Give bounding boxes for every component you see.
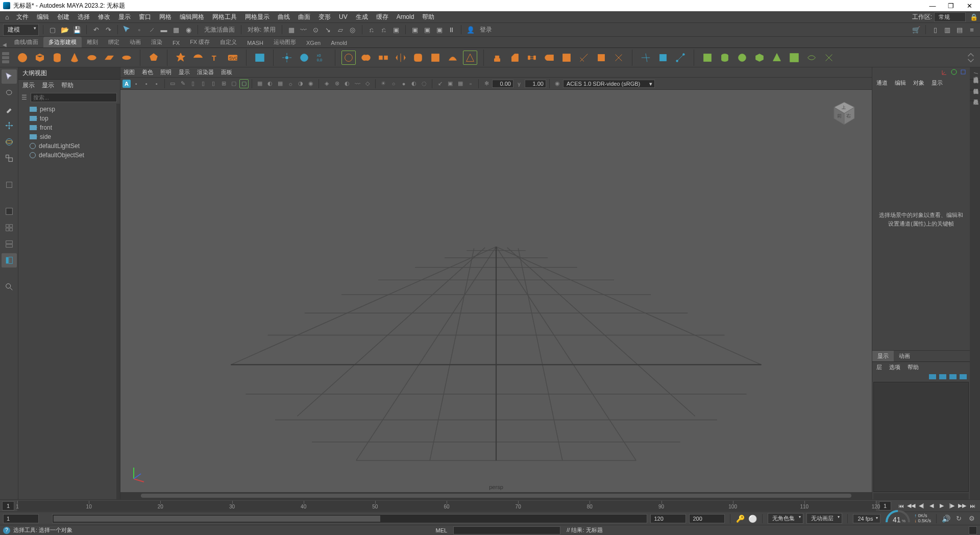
script-lang-label[interactable]: MEL (433, 527, 451, 533)
snap-curve-icon[interactable]: 〰 (299, 25, 309, 35)
step-back-icon[interactable]: ◀| (917, 501, 926, 510)
help-icon[interactable]: ? (3, 527, 10, 534)
layer-list[interactable] (873, 382, 969, 492)
layout-outliner-icon[interactable] (2, 253, 17, 268)
shelf-tab-animation[interactable]: 动画 (125, 37, 146, 47)
viewport-canvas[interactable]: persp 前 右 上 (120, 90, 872, 492)
save-scene-icon[interactable]: 💾 (72, 25, 82, 35)
motion-blur-icon[interactable]: 〰 (353, 79, 362, 88)
xform-display-icon[interactable]: ▫ (466, 79, 475, 88)
two-side-light-icon[interactable]: ◐ (409, 79, 419, 88)
play-fwd-icon[interactable]: ▶ (937, 501, 946, 510)
last-tool[interactable] (2, 178, 17, 192)
safe-title-icon[interactable]: ▢ (239, 79, 249, 88)
layer-tab-display[interactable]: 显示 (872, 351, 894, 361)
use-lights-icon[interactable]: ☼ (286, 79, 295, 88)
connect-icon[interactable] (673, 51, 688, 65)
menuset-dropdown[interactable]: 建模 (3, 24, 39, 36)
menu-editmesh[interactable]: 编辑网格 (176, 11, 208, 22)
fps-dropdown[interactable]: 24 fps (853, 514, 880, 523)
render-settings-icon[interactable]: ▣ (434, 25, 445, 35)
outliner-tree[interactable]: persp top front side defaultLightSet def… (18, 104, 120, 499)
menu-arnold[interactable]: Arnold (393, 11, 419, 22)
new-scene-icon[interactable]: ▢ (47, 25, 58, 35)
symmetry-label[interactable]: 对称: 禁用 (246, 26, 278, 34)
wireframe-icon[interactable]: ▦ (255, 79, 264, 88)
select-vertex-icon[interactable]: ◦ (134, 25, 144, 35)
2d-pan-icon[interactable]: ▭ (168, 79, 177, 88)
color-mgmt-icon[interactable]: ◉ (553, 79, 562, 88)
rotate-tool[interactable] (2, 135, 17, 149)
vp-menu-shading[interactable]: 着色 (142, 68, 153, 76)
isolate-icon[interactable]: ◉ (306, 79, 315, 88)
auto-key-icon[interactable]: ⚪ (748, 514, 757, 523)
vp-menu-renderer[interactable]: 渲染器 (197, 68, 214, 76)
snap-live-icon[interactable]: ◎ (348, 25, 358, 35)
retopo-icon[interactable] (446, 51, 460, 65)
layout-single-icon[interactable] (2, 204, 17, 218)
cube-mini-icon[interactable] (960, 68, 967, 76)
shelf-tab-rendering[interactable]: 渲染 (146, 37, 167, 47)
script-editor-icon[interactable] (969, 526, 977, 534)
poly-cube-icon[interactable] (33, 51, 47, 65)
window-close-button[interactable]: ✕ (962, 2, 977, 10)
shelf-tab-motiongfx[interactable]: 运动图形 (268, 37, 301, 47)
layer-move-up-icon[interactable] (929, 374, 936, 379)
shelf-tab-custom[interactable]: 自定义 (215, 37, 242, 47)
booleans-icon[interactable] (542, 51, 556, 65)
shelf-tab-fx[interactable]: FX (167, 38, 185, 47)
cb-menu-channels[interactable]: 通道 (876, 79, 888, 87)
vp-menu-lighting[interactable]: 照明 (160, 68, 172, 76)
lock-camera-icon[interactable]: ▪ (132, 79, 141, 88)
prefs-icon[interactable]: ⚙ (967, 514, 977, 524)
snap-plane-icon[interactable]: ▱ (335, 25, 346, 35)
move-tool[interactable] (2, 118, 17, 133)
no-light-icon[interactable]: ◌ (420, 79, 429, 88)
shelf-tab-fxcache[interactable]: FX 缓存 (185, 37, 215, 47)
layer-hscrollbar[interactable] (873, 493, 969, 499)
uv-auto-icon[interactable] (752, 51, 767, 65)
shaded-icon[interactable]: ◐ (265, 79, 275, 88)
menu-meshtool[interactable]: 网格工具 (208, 11, 241, 22)
fill-hole-icon[interactable] (559, 51, 574, 65)
layer-move-down-icon[interactable] (939, 374, 946, 379)
film-gate-icon[interactable]: ▯ (188, 79, 198, 88)
marketplace-icon[interactable]: 🛒 (911, 25, 921, 35)
multicut-icon[interactable] (639, 51, 653, 65)
menu-modify[interactable]: 修改 (94, 11, 114, 22)
default-light-icon[interactable]: ○ (389, 79, 398, 88)
poly-plane-icon[interactable] (102, 51, 116, 65)
poly-svg-icon[interactable]: SVG (226, 51, 240, 65)
outliner-search-input[interactable] (31, 93, 117, 102)
panel-layout-1-icon[interactable]: ▯ (930, 25, 940, 35)
menu-window[interactable]: 窗口 (135, 11, 155, 22)
render-pause-icon[interactable]: ⏸ (447, 25, 457, 35)
ipr-render-icon[interactable]: ▣ (422, 25, 432, 35)
current-frame-left[interactable]: 1 (2, 501, 14, 510)
layer-new-selected-icon[interactable] (960, 374, 967, 379)
select-object-icon[interactable] (122, 25, 132, 35)
cb-menu-show[interactable]: 显示 (932, 79, 943, 87)
color-space-dropdown[interactable]: ACES 1.0 SDR-video (sRGB) (563, 80, 655, 88)
res-gate-icon[interactable]: ▯ (199, 79, 208, 88)
menu-create[interactable]: 创建 (53, 11, 74, 22)
content-browser-icon[interactable] (253, 51, 267, 65)
shelf-tab-arnold[interactable]: Arnold (326, 38, 352, 47)
field-chart-icon[interactable]: ⊞ (219, 79, 228, 88)
image-plane-icon[interactable]: ▪ (152, 79, 161, 88)
side-tab-attribute-editor[interactable]: 属性编辑器 (970, 80, 980, 90)
shelf-scroll-left-icon[interactable]: ◀ (0, 42, 9, 47)
character-set-dropdown[interactable]: 无角色集 (768, 513, 803, 524)
poly-cylinder-icon[interactable] (50, 51, 64, 65)
step-fwd-key-icon[interactable]: ▶▶ (958, 501, 967, 510)
shelf-tab-sculpt[interactable]: 雕刻 (82, 37, 103, 47)
separate-icon[interactable] (376, 51, 390, 65)
snap-point-icon[interactable]: ⊙ (311, 25, 321, 35)
menu-deform[interactable]: 变形 (314, 11, 335, 22)
outliner-item-lightset[interactable]: defaultLightSet (18, 141, 120, 151)
vp-menu-show[interactable]: 显示 (179, 68, 190, 76)
panel-layout-2-icon[interactable]: ▥ (942, 25, 952, 35)
vp-menu-view[interactable]: 视图 (124, 68, 135, 76)
menu-display[interactable]: 显示 (114, 11, 135, 22)
cb-menu-edit[interactable]: 编辑 (895, 79, 906, 87)
